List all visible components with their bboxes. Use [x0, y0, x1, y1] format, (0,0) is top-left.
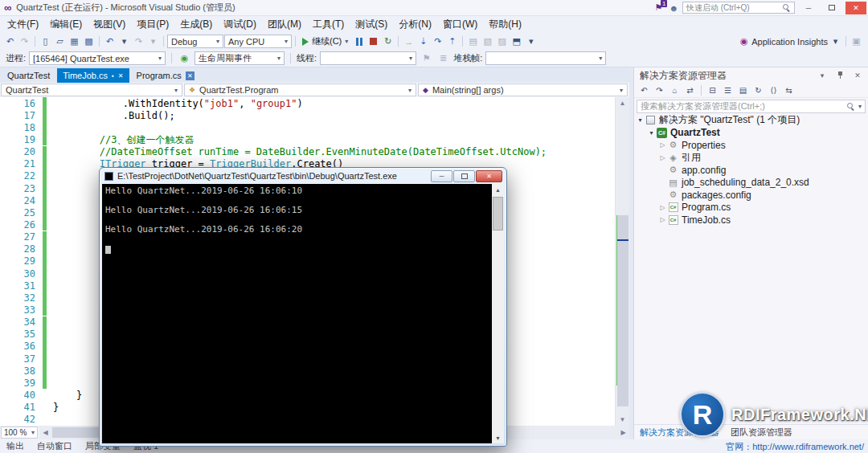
hex-display-icon[interactable]: ⬒ [510, 35, 523, 49]
console-minimize-button[interactable]: ─ [431, 170, 452, 182]
toolbar-overflow-icon[interactable]: ▾ [524, 35, 538, 49]
console-close-button[interactable]: ✕ [476, 170, 502, 182]
notifications-flag-icon[interactable]: ⚑1 [652, 2, 665, 14]
menu-item[interactable]: 视图(V) [88, 16, 131, 33]
properties-page-icon[interactable]: ☰ [721, 84, 735, 97]
show-all-files-icon[interactable]: ▤ [736, 84, 750, 97]
scrollbar-thumb[interactable] [493, 197, 503, 231]
sync-with-active-document-icon[interactable]: ⇆ [782, 84, 796, 97]
restart-icon[interactable]: ↻ [381, 35, 395, 49]
menu-item[interactable]: 调试(D) [218, 16, 262, 33]
expanded-arrow-icon[interactable]: ▾ [636, 116, 645, 124]
new-file-icon[interactable]: ▯ [39, 35, 52, 49]
menu-item[interactable]: 窗口(W) [437, 16, 483, 33]
member-dropdown[interactable]: ◆ Main(string[] args) ▾ [418, 84, 628, 96]
open-file-icon[interactable]: ▱ [53, 35, 67, 49]
type-dropdown[interactable]: ❖ QuartzTest.Program ▾ [184, 84, 416, 96]
step-over-icon[interactable]: ↷ [431, 35, 444, 49]
process-dropdown[interactable]: [165464] QuartzTest.exe▾ [29, 51, 166, 65]
redo-icon[interactable]: ↷ [132, 35, 145, 49]
scroll-left-icon[interactable]: ◀ [39, 426, 51, 439]
feedback-person-icon[interactable]: ☻ [669, 3, 678, 13]
editor-vertical-scrollbar[interactable]: ▲ ▼ [615, 97, 629, 426]
step-into-icon[interactable]: ⇣ [416, 35, 430, 49]
platform-dropdown[interactable]: Any CPU▾ [224, 35, 292, 48]
quick-launch-input[interactable]: 快速启动 (Ctrl+Q) [682, 2, 795, 14]
editor-line[interactable]: 20 //DateTimeOffset runTime = DateBuilde… [0, 146, 615, 158]
redo-dropdown-icon[interactable]: ▾ [146, 35, 160, 49]
close-tab-icon[interactable]: ✕ [118, 72, 124, 80]
menu-item[interactable]: 生成(B) [174, 16, 218, 33]
scroll-down-icon[interactable]: ▼ [492, 432, 504, 443]
find-in-files-icon[interactable]: ▤ [466, 35, 480, 49]
collapsed-arrow-icon[interactable]: ▷ [658, 154, 667, 161]
menu-item[interactable]: 项目(P) [131, 16, 174, 33]
tree-item[interactable]: ▷C#Program.cs [634, 202, 868, 214]
back-icon[interactable]: ↶ [637, 84, 651, 97]
menu-item[interactable]: 文件(F) [2, 16, 44, 33]
collapsed-arrow-icon[interactable]: ▷ [658, 141, 667, 149]
navigate-forward-icon[interactable]: ↷ [18, 35, 31, 49]
console-maximize-button[interactable] [453, 170, 475, 182]
menu-item[interactable]: 测试(S) [350, 16, 393, 33]
save-all-icon[interactable]: ▩ [82, 35, 96, 49]
scroll-up-icon[interactable]: ▲ [616, 97, 629, 109]
tool-window-tab[interactable]: 输出 [6, 440, 24, 452]
break-all-icon[interactable] [352, 35, 366, 49]
undo-icon[interactable]: ↶ [103, 35, 117, 49]
project-dropdown[interactable]: QuartzTest ▾ [1, 84, 182, 96]
menu-item[interactable]: 分析(N) [393, 16, 437, 33]
scroll-up-icon[interactable]: ▲ [492, 184, 504, 195]
editor-line[interactable]: 17 .Build(); [0, 109, 615, 121]
document-tab[interactable]: TimeJob.cs▪✕ [57, 68, 129, 83]
auto-hide-pin-icon[interactable] [833, 70, 846, 82]
scroll-down-icon[interactable]: ▼ [616, 414, 629, 426]
lifecycle-events-dropdown[interactable]: 生命周期事件▾ [194, 51, 285, 65]
switch-views-icon[interactable]: ⇄ [683, 84, 697, 97]
show-next-statement-icon[interactable]: → [402, 35, 416, 49]
tree-item[interactable]: ▷◈引用 [634, 152, 868, 165]
window-position-icon[interactable]: ▾ [816, 70, 829, 82]
save-icon[interactable]: ▦ [68, 35, 81, 49]
minimize-button[interactable]: ─ [799, 2, 818, 14]
tree-item[interactable]: ▷⚙Properties [634, 139, 868, 152]
home-icon[interactable]: ⌂ [668, 84, 682, 97]
collapsed-arrow-icon[interactable]: ▷ [658, 216, 667, 223]
tree-item[interactable]: ▾C#QuartzTest [634, 127, 868, 140]
menu-item[interactable]: 工具(T) [307, 16, 350, 33]
view-code-icon[interactable]: ⟨⟩ [767, 84, 780, 97]
tool-window-tab[interactable]: 自动窗口 [37, 440, 72, 452]
comment-icon[interactable]: ▧ [481, 35, 494, 49]
tree-item[interactable]: ⚙packages.config [634, 189, 868, 202]
tree-item[interactable]: ▾解决方案 "QuartzTest" (1 个项目) [634, 114, 868, 127]
close-panel-icon[interactable]: ✕ [851, 70, 864, 82]
tree-item[interactable]: ▷C#TimeJob.cs [634, 214, 868, 226]
console-title-bar[interactable]: E:\TestProject\DotNet\QuartzTest\QuartzT… [102, 168, 504, 184]
continue-button[interactable]: 继续(C) ▾ [299, 35, 351, 49]
uncomment-icon[interactable]: ▨ [495, 35, 509, 49]
application-insights-dropdown-icon[interactable]: ▾ [829, 35, 842, 49]
tree-item[interactable]: ⚙app.config [634, 164, 868, 177]
undo-dropdown-icon[interactable]: ▾ [117, 35, 131, 49]
document-tab[interactable]: Program.cs✕ [131, 68, 200, 83]
console-scrollbar[interactable]: ▲ ▼ [492, 184, 504, 443]
editor-line[interactable]: 19 //3、创建一个触发器 [0, 133, 615, 145]
menu-item[interactable]: 帮助(H) [483, 16, 527, 33]
scrollbar-thumb[interactable] [617, 215, 628, 406]
editor-zoom-control[interactable]: 100 %▾ [1, 426, 38, 439]
navigate-backward-icon[interactable]: ↶ [3, 35, 17, 49]
editor-line[interactable]: 18 [0, 121, 615, 133]
thread-dropdown[interactable]: ▾ [320, 51, 416, 65]
console-window[interactable]: E:\TestProject\DotNet\QuartzTest\QuartzT… [99, 167, 507, 447]
close-tab-icon[interactable]: ✕ [186, 71, 194, 80]
flag-threads-icon[interactable]: ⚑ [420, 51, 433, 66]
application-insights-label[interactable]: Application Insights [751, 37, 828, 47]
pin-tab-icon[interactable]: ▪ [112, 72, 114, 80]
feedback-icon[interactable]: ▣ [850, 35, 863, 49]
expanded-arrow-icon[interactable]: ▾ [647, 129, 656, 137]
maximize-button[interactable] [822, 2, 841, 14]
collapse-all-icon[interactable]: ⊟ [706, 84, 719, 97]
menu-item[interactable]: 团队(M) [262, 16, 307, 33]
document-tab[interactable]: QuartzTest [2, 68, 55, 83]
menu-item[interactable]: 编辑(E) [44, 16, 88, 33]
